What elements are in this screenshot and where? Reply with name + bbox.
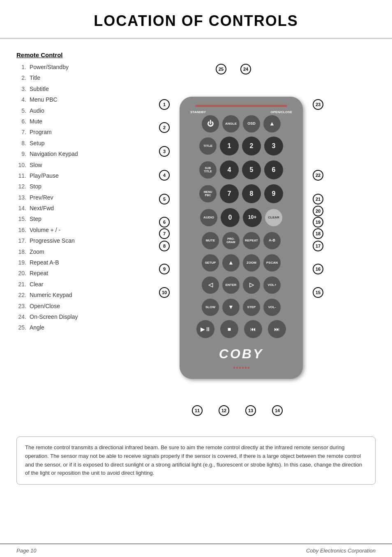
badge-2: 2 <box>159 122 170 133</box>
badge-17: 17 <box>313 241 323 251</box>
num-5-button[interactable]: 5 <box>242 160 261 179</box>
mute-button[interactable]: MUTE <box>202 232 219 249</box>
coby-logo: COBY <box>187 342 295 364</box>
transport-row: ▶⏸ ■ ⏮ ⏭ <box>187 320 295 338</box>
num-7-button[interactable]: 7 <box>220 184 239 203</box>
footer-page: Page 10 <box>16 548 36 554</box>
row-1: TITLE 1 2 3 <box>187 137 295 155</box>
row-power: ⏻ ANGLE OSD ▲ <box>187 115 295 132</box>
list-item: 8.Setup <box>16 139 99 148</box>
num-1-button[interactable]: 1 <box>220 137 239 155</box>
badge-16: 16 <box>313 264 323 274</box>
list-item: 1.Power/Standby <box>16 63 99 72</box>
vol-minus-button[interactable]: VOL- <box>263 299 281 316</box>
badge-5: 5 <box>159 194 170 204</box>
list-item: 11.Play/Pause <box>16 171 99 180</box>
row-7: ◁ ENTER ▷ VOL+ <box>187 276 295 294</box>
badge-12: 12 <box>219 405 229 416</box>
footer-company: Coby Electronics Corporation <box>306 548 376 554</box>
page-footer: Page 10 Coby Electronics Corporation <box>0 543 392 557</box>
nav-left-button[interactable]: ◁ <box>202 276 219 294</box>
list-item: 18.Zoom <box>16 247 99 256</box>
list-item: 6.Mute <box>16 117 99 126</box>
setup-button[interactable]: SETUP <box>202 254 219 272</box>
list-title: Remote Control <box>16 51 99 58</box>
page-header: LOCATION OF CONTROLS <box>0 0 392 39</box>
list-item: 7.Program <box>16 128 99 137</box>
badge-7: 7 <box>159 228 170 239</box>
row-6: SETUP ▲ ZOOM PSCAN <box>187 254 295 272</box>
list-item: 4.Menu PBC <box>16 95 99 104</box>
nav-up-button[interactable]: ▲ <box>222 254 240 272</box>
num-6-button[interactable]: 6 <box>264 160 283 179</box>
badge-10: 10 <box>159 287 170 298</box>
title-button[interactable]: TITLE <box>199 137 217 155</box>
list-item: 23.Open/Close <box>16 302 99 311</box>
play-pause-button[interactable]: ▶⏸ <box>196 320 214 338</box>
page-title: LOCATION OF CONTROLS <box>8 12 384 30</box>
vol-plus-button[interactable]: VOL+ <box>263 276 281 294</box>
badge-1: 1 <box>159 99 170 110</box>
badge-4: 4 <box>159 170 170 181</box>
num-2-button[interactable]: 2 <box>242 137 261 155</box>
badge-13: 13 <box>245 405 256 416</box>
nav-right-button[interactable]: ▷ <box>243 276 260 294</box>
list-item: 9.Navigation Keypad <box>16 149 99 158</box>
num-3-button[interactable]: 3 <box>264 137 283 155</box>
list-item: 3.Subtitle <box>16 84 99 93</box>
num-8-button[interactable]: 8 <box>242 184 261 203</box>
badge-20: 20 <box>313 206 323 216</box>
repeat-button[interactable]: REPEAT <box>243 232 260 249</box>
remote-container: 25 24 STANDBY OPEN/CLOSE ⏻ ANGLE OSD ▲ <box>107 51 376 424</box>
power-button[interactable]: ⏻ <box>202 115 219 132</box>
badge-15: 15 <box>313 287 323 298</box>
list-item: 24.On-Screen Display <box>16 312 99 321</box>
angle-button[interactable]: ANGLE <box>222 115 240 132</box>
control-ol: 1.Power/Standby2.Title3.Subtitle4.Menu P… <box>16 63 99 332</box>
badge-24: 24 <box>240 64 251 74</box>
slow-button[interactable]: SLOW <box>202 299 219 316</box>
enter-button[interactable]: ENTER <box>222 276 240 294</box>
list-item: 14.Next/Fwd <box>16 204 99 213</box>
badge-6: 6 <box>159 217 170 227</box>
num-4-button[interactable]: 4 <box>220 160 239 179</box>
diagram-outer: 25 24 STANDBY OPEN/CLOSE ⏻ ANGLE OSD ▲ <box>155 60 327 424</box>
next-button[interactable]: ⏭ <box>268 320 286 338</box>
step-button[interactable]: STEP <box>243 299 260 316</box>
badge-19: 19 <box>313 217 323 227</box>
program-button[interactable]: PRO-GRAM <box>222 232 240 249</box>
list-item: 22.Numeric Keypad <box>16 290 99 299</box>
num-0-button[interactable]: 0 <box>221 208 240 227</box>
control-list: Remote Control 1.Power/Standby2.Title3.S… <box>16 51 99 424</box>
menu-pbc-button[interactable]: MENUPBC <box>199 185 217 202</box>
ten-plus-button[interactable]: 10+ <box>243 208 262 227</box>
osd-button[interactable]: OSD <box>243 115 260 132</box>
badge-11: 11 <box>192 405 203 416</box>
list-item: 20.Repeat <box>16 269 99 278</box>
note-box: The remote control transmits a direction… <box>16 436 376 485</box>
ir-bar <box>195 105 287 107</box>
subtitle-button[interactable]: SUBTITLE <box>199 161 217 179</box>
num-9-button[interactable]: 9 <box>264 184 283 203</box>
badge-22: 22 <box>313 170 323 181</box>
list-item: 5.Audio <box>16 106 99 115</box>
top-labels-row: STANDBY OPEN/CLOSE <box>187 110 295 114</box>
stop-button[interactable]: ■ <box>220 320 238 338</box>
content-area: Remote Control 1.Power/Standby2.Title3.S… <box>0 39 392 432</box>
nav-down-button[interactable]: ▼ <box>222 299 240 316</box>
bottom-ir <box>187 367 295 369</box>
eject-button[interactable]: ▲ <box>263 115 281 132</box>
clear-button[interactable]: CLEAR <box>265 209 282 226</box>
prev-button[interactable]: ⏮ <box>244 320 262 338</box>
pscan-button[interactable]: PSCAN <box>263 254 281 272</box>
row-4: AUDIO 0 10+ CLEAR <box>187 208 295 227</box>
badge-8: 8 <box>159 241 170 251</box>
open-close-label: OPEN/CLOSE <box>271 110 292 114</box>
list-item: 2.Title <box>16 73 99 82</box>
ab-button[interactable]: A-B <box>263 232 281 249</box>
list-item: 12.Stop <box>16 182 99 191</box>
audio-button[interactable]: AUDIO <box>200 209 217 226</box>
badge-21: 21 <box>313 194 323 204</box>
row-5: MUTE PRO-GRAM REPEAT A-B <box>187 232 295 249</box>
zoom-button[interactable]: ZOOM <box>243 254 260 272</box>
